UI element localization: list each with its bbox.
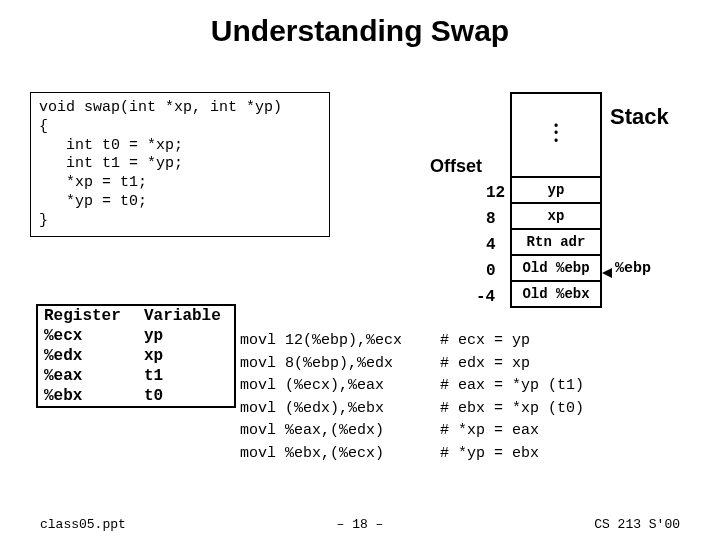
asm-instr: movl 12(%ebp),%ecx [240, 330, 440, 353]
stack-cell-value: Rtn adr [527, 234, 586, 250]
stack-cell-value: xp [548, 208, 565, 224]
reg-header-variable: Variable [138, 306, 234, 326]
reg-var: xp [138, 346, 234, 366]
stack-cell-value: Old %ebx [522, 286, 589, 302]
dot-icon: • [552, 139, 559, 146]
offset-value: 8 [486, 210, 496, 228]
reg-name: %ebx [38, 386, 138, 406]
arrow-left-icon [602, 268, 612, 278]
footer-left: class05.ppt [40, 517, 126, 532]
asm-instr: movl (%edx),%ebx [240, 398, 440, 421]
reg-header-register: Register [38, 306, 138, 326]
slide-footer: class05.ppt – 18 – CS 213 S'00 [0, 517, 720, 532]
footer-right: CS 213 S'00 [594, 517, 680, 532]
ebp-pointer-label: %ebp [615, 260, 651, 277]
stack-cell: yp [510, 178, 602, 204]
footer-page-number: – 18 – [337, 517, 384, 532]
offset-value: 12 [486, 184, 505, 202]
asm-instr: movl 8(%ebp),%edx [240, 353, 440, 376]
asm-comment: # edx = xp [440, 353, 700, 376]
asm-comment: # ebx = *xp (t0) [440, 398, 700, 421]
stack-cell: Old %ebx [510, 282, 602, 308]
offset-value: 0 [486, 262, 496, 280]
offset-label: Offset [430, 156, 482, 177]
stack-cell-value: Old %ebp [522, 260, 589, 276]
slide-title: Understanding Swap [0, 0, 720, 56]
reg-var: yp [138, 326, 234, 346]
asm-instr: movl %ebx,(%ecx) [240, 443, 440, 466]
asm-comment: # *xp = eax [440, 420, 700, 443]
c-code-block: void swap(int *xp, int *yp) { int t0 = *… [30, 92, 330, 237]
assembly-listing: movl 12(%ebp),%ecx# ecx = yp movl 8(%ebp… [240, 330, 700, 465]
stack-label: Stack [610, 104, 669, 130]
stack-cell: Old %ebp [510, 256, 602, 282]
asm-comment: # *yp = ebx [440, 443, 700, 466]
stack-dots: • • • [510, 92, 602, 178]
reg-name: %ecx [38, 326, 138, 346]
reg-var: t1 [138, 366, 234, 386]
asm-comment: # eax = *yp (t1) [440, 375, 700, 398]
asm-instr: movl (%ecx),%eax [240, 375, 440, 398]
asm-instr: movl %eax,(%edx) [240, 420, 440, 443]
reg-var: t0 [138, 386, 234, 406]
stack-column: • • • yp xp Rtn adr Old %ebp Old %ebx [510, 92, 602, 308]
offset-value: -4 [476, 288, 495, 306]
offset-value: 4 [486, 236, 496, 254]
stack-cell: Rtn adr [510, 230, 602, 256]
asm-comment: # ecx = yp [440, 330, 700, 353]
stack-cell: xp [510, 204, 602, 230]
reg-name: %eax [38, 366, 138, 386]
register-table: Register Variable %ecxyp %edxxp %eaxt1 %… [36, 304, 236, 408]
stack-cell-value: yp [548, 182, 565, 198]
reg-name: %edx [38, 346, 138, 366]
